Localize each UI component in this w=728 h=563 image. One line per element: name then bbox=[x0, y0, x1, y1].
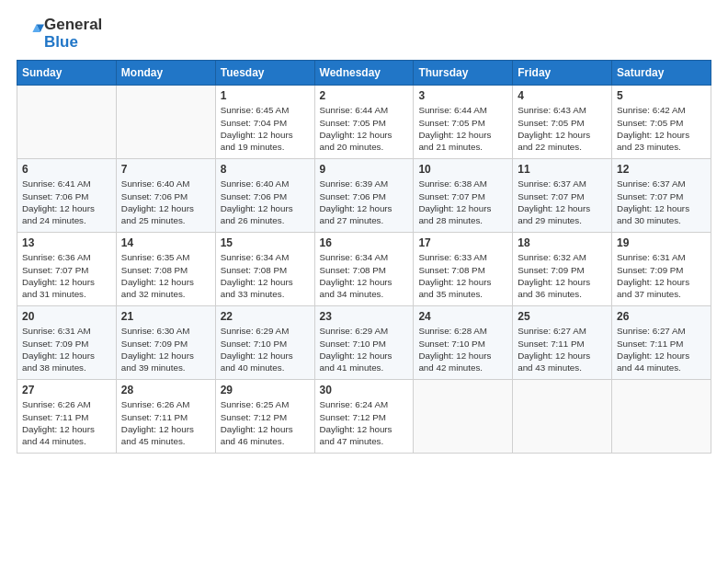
day-info: Sunrise: 6:31 AM Sunset: 7:09 PM Dayligh… bbox=[617, 251, 706, 300]
weekday-header-cell: Tuesday bbox=[215, 61, 314, 86]
weekday-header-row: SundayMondayTuesdayWednesdayThursdayFrid… bbox=[17, 61, 711, 86]
calendar-cell: 29Sunrise: 6:25 AM Sunset: 7:12 PM Dayli… bbox=[215, 380, 314, 454]
day-info: Sunrise: 6:44 AM Sunset: 7:05 PM Dayligh… bbox=[418, 104, 507, 153]
calendar-cell bbox=[513, 380, 612, 454]
calendar-cell: 27Sunrise: 6:26 AM Sunset: 7:11 PM Dayli… bbox=[17, 380, 117, 454]
day-info: Sunrise: 6:35 AM Sunset: 7:08 PM Dayligh… bbox=[121, 251, 210, 300]
logo: General Blue bbox=[17, 17, 102, 51]
logo-line2: Blue bbox=[44, 34, 102, 52]
calendar-cell: 11Sunrise: 6:37 AM Sunset: 7:07 PM Dayli… bbox=[513, 159, 612, 233]
day-info: Sunrise: 6:31 AM Sunset: 7:09 PM Dayligh… bbox=[22, 325, 111, 373]
day-info: Sunrise: 6:29 AM Sunset: 7:10 PM Dayligh… bbox=[221, 325, 310, 373]
day-number: 3 bbox=[418, 89, 507, 102]
page: General Blue SundayMondayTuesdayWednesda… bbox=[0, 0, 728, 563]
day-number: 28 bbox=[121, 384, 210, 396]
day-info: Sunrise: 6:42 AM Sunset: 7:05 PM Dayligh… bbox=[617, 104, 706, 153]
day-info: Sunrise: 6:27 AM Sunset: 7:11 PM Dayligh… bbox=[617, 325, 706, 373]
day-number: 12 bbox=[617, 163, 706, 176]
weekday-header-cell: Saturday bbox=[612, 61, 711, 86]
day-info: Sunrise: 6:29 AM Sunset: 7:10 PM Dayligh… bbox=[320, 325, 409, 373]
day-number: 18 bbox=[518, 236, 607, 249]
day-number: 16 bbox=[320, 236, 409, 249]
calendar-cell bbox=[414, 380, 513, 454]
calendar-cell: 13Sunrise: 6:36 AM Sunset: 7:07 PM Dayli… bbox=[17, 233, 117, 306]
day-info: Sunrise: 6:44 AM Sunset: 7:05 PM Dayligh… bbox=[320, 104, 409, 153]
calendar-cell: 18Sunrise: 6:32 AM Sunset: 7:09 PM Dayli… bbox=[513, 233, 612, 306]
calendar-cell: 24Sunrise: 6:28 AM Sunset: 7:10 PM Dayli… bbox=[414, 306, 513, 380]
day-info: Sunrise: 6:40 AM Sunset: 7:06 PM Dayligh… bbox=[121, 178, 210, 226]
day-number: 30 bbox=[320, 384, 409, 396]
calendar-cell: 21Sunrise: 6:30 AM Sunset: 7:09 PM Dayli… bbox=[116, 306, 215, 380]
day-number: 10 bbox=[418, 163, 507, 176]
calendar-week-row: 6Sunrise: 6:41 AM Sunset: 7:06 PM Daylig… bbox=[17, 159, 711, 233]
calendar-table: SundayMondayTuesdayWednesdayThursdayFrid… bbox=[17, 60, 711, 454]
calendar-cell: 5Sunrise: 6:42 AM Sunset: 7:05 PM Daylig… bbox=[612, 86, 711, 159]
day-number: 25 bbox=[518, 310, 607, 323]
weekday-header-cell: Wednesday bbox=[314, 61, 414, 86]
weekday-header-cell: Monday bbox=[116, 61, 215, 86]
calendar-cell: 30Sunrise: 6:24 AM Sunset: 7:12 PM Dayli… bbox=[314, 380, 414, 454]
day-info: Sunrise: 6:26 AM Sunset: 7:11 PM Dayligh… bbox=[22, 398, 111, 447]
day-info: Sunrise: 6:30 AM Sunset: 7:09 PM Dayligh… bbox=[121, 325, 210, 373]
calendar-cell bbox=[116, 86, 215, 159]
calendar-cell: 26Sunrise: 6:27 AM Sunset: 7:11 PM Dayli… bbox=[612, 306, 711, 380]
day-number: 23 bbox=[320, 310, 409, 323]
calendar-cell bbox=[612, 380, 711, 454]
calendar-cell: 7Sunrise: 6:40 AM Sunset: 7:06 PM Daylig… bbox=[116, 159, 215, 233]
day-info: Sunrise: 6:33 AM Sunset: 7:08 PM Dayligh… bbox=[418, 251, 507, 300]
day-number: 2 bbox=[320, 89, 409, 102]
day-number: 6 bbox=[22, 163, 111, 176]
weekday-header-cell: Friday bbox=[513, 61, 612, 86]
day-info: Sunrise: 6:40 AM Sunset: 7:06 PM Dayligh… bbox=[221, 178, 310, 226]
day-info: Sunrise: 6:45 AM Sunset: 7:04 PM Dayligh… bbox=[221, 104, 310, 153]
day-info: Sunrise: 6:38 AM Sunset: 7:07 PM Dayligh… bbox=[418, 178, 507, 226]
calendar-cell: 12Sunrise: 6:37 AM Sunset: 7:07 PM Dayli… bbox=[612, 159, 711, 233]
day-info: Sunrise: 6:43 AM Sunset: 7:05 PM Dayligh… bbox=[518, 104, 607, 153]
calendar-cell: 19Sunrise: 6:31 AM Sunset: 7:09 PM Dayli… bbox=[612, 233, 711, 306]
day-number: 17 bbox=[418, 236, 507, 249]
day-number: 9 bbox=[320, 163, 409, 176]
day-info: Sunrise: 6:28 AM Sunset: 7:10 PM Dayligh… bbox=[418, 325, 507, 373]
calendar-cell: 14Sunrise: 6:35 AM Sunset: 7:08 PM Dayli… bbox=[116, 233, 215, 306]
logo-icon bbox=[18, 19, 44, 45]
day-number: 5 bbox=[617, 89, 706, 102]
day-number: 21 bbox=[121, 310, 210, 323]
day-info: Sunrise: 6:34 AM Sunset: 7:08 PM Dayligh… bbox=[320, 251, 409, 300]
day-number: 1 bbox=[221, 89, 310, 102]
calendar-cell: 28Sunrise: 6:26 AM Sunset: 7:11 PM Dayli… bbox=[116, 380, 215, 454]
day-number: 4 bbox=[518, 89, 607, 102]
day-number: 13 bbox=[22, 236, 111, 249]
day-number: 29 bbox=[221, 384, 310, 396]
day-number: 15 bbox=[221, 236, 310, 249]
day-number: 11 bbox=[518, 163, 607, 176]
day-info: Sunrise: 6:41 AM Sunset: 7:06 PM Dayligh… bbox=[22, 178, 111, 226]
day-number: 26 bbox=[617, 310, 706, 323]
day-info: Sunrise: 6:26 AM Sunset: 7:11 PM Dayligh… bbox=[121, 398, 210, 447]
day-info: Sunrise: 6:32 AM Sunset: 7:09 PM Dayligh… bbox=[518, 251, 607, 300]
day-number: 8 bbox=[221, 163, 310, 176]
calendar-cell: 25Sunrise: 6:27 AM Sunset: 7:11 PM Dayli… bbox=[513, 306, 612, 380]
calendar-week-row: 27Sunrise: 6:26 AM Sunset: 7:11 PM Dayli… bbox=[17, 380, 711, 454]
logo-line1: General bbox=[44, 17, 102, 34]
calendar-cell: 6Sunrise: 6:41 AM Sunset: 7:06 PM Daylig… bbox=[17, 159, 117, 233]
day-info: Sunrise: 6:37 AM Sunset: 7:07 PM Dayligh… bbox=[617, 178, 706, 226]
day-number: 19 bbox=[617, 236, 706, 249]
day-number: 24 bbox=[418, 310, 507, 323]
day-info: Sunrise: 6:37 AM Sunset: 7:07 PM Dayligh… bbox=[518, 178, 607, 226]
calendar-cell: 20Sunrise: 6:31 AM Sunset: 7:09 PM Dayli… bbox=[17, 306, 117, 380]
day-number: 20 bbox=[22, 310, 111, 323]
calendar-cell: 1Sunrise: 6:45 AM Sunset: 7:04 PM Daylig… bbox=[215, 86, 314, 159]
calendar-week-row: 13Sunrise: 6:36 AM Sunset: 7:07 PM Dayli… bbox=[17, 233, 711, 306]
day-info: Sunrise: 6:27 AM Sunset: 7:11 PM Dayligh… bbox=[518, 325, 607, 373]
weekday-header-cell: Sunday bbox=[17, 61, 117, 86]
calendar-cell: 3Sunrise: 6:44 AM Sunset: 7:05 PM Daylig… bbox=[414, 86, 513, 159]
day-info: Sunrise: 6:25 AM Sunset: 7:12 PM Dayligh… bbox=[221, 398, 310, 447]
calendar-cell: 4Sunrise: 6:43 AM Sunset: 7:05 PM Daylig… bbox=[513, 86, 612, 159]
calendar-cell: 17Sunrise: 6:33 AM Sunset: 7:08 PM Dayli… bbox=[414, 233, 513, 306]
day-info: Sunrise: 6:36 AM Sunset: 7:07 PM Dayligh… bbox=[22, 251, 111, 300]
calendar-body: 1Sunrise: 6:45 AM Sunset: 7:04 PM Daylig… bbox=[17, 86, 711, 454]
day-number: 27 bbox=[22, 384, 111, 396]
day-number: 22 bbox=[221, 310, 310, 323]
calendar-cell bbox=[17, 86, 117, 159]
calendar-cell: 22Sunrise: 6:29 AM Sunset: 7:10 PM Dayli… bbox=[215, 306, 314, 380]
